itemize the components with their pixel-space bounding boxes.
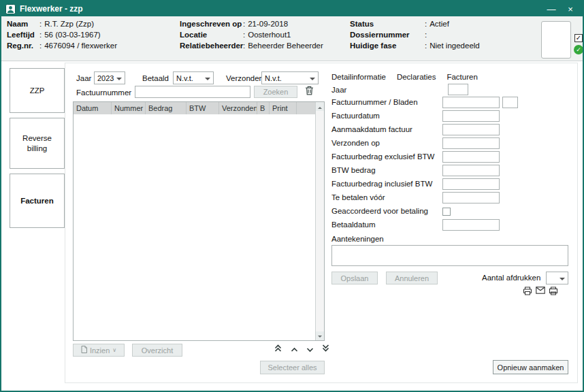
detail-aanmaakdatum-label: Aanmaakdatum factuur xyxy=(331,125,412,133)
factuurnummer-filter-label: Factuurnummer xyxy=(76,88,131,97)
detail-bedrag-incl-btw-label: Factuurbedrag inclusief BTW xyxy=(331,180,432,188)
trash-icon xyxy=(305,86,314,98)
info-leeftijd: Leeftijd:56 (03-03-1967) xyxy=(7,31,101,39)
detail-tab-facturen[interactable]: Facturen xyxy=(447,73,477,81)
jaar-filter-label: Jaar xyxy=(76,74,91,82)
detail-bedrag-incl-btw-input[interactable] xyxy=(442,178,500,190)
window: Flexwerker - zzp — × Naam:R.T. Zzp (Zzp)… xyxy=(0,0,584,392)
detail-te-betalen-voor-input[interactable] xyxy=(442,192,500,203)
app-icon xyxy=(5,4,16,14)
detail-tabs: Detailinformatie Declaraties Facturen xyxy=(331,73,478,81)
window-title: Flexwerker - zzp xyxy=(20,4,542,14)
detail-btw-bedrag-label: BTW bedrag xyxy=(331,166,376,174)
info-status: Status:Actief xyxy=(350,20,449,28)
detail-te-betalen-voor-label: Te betalen vóór xyxy=(331,193,385,201)
info-huidige-fase: Huidige fase:Niet ingedeeld xyxy=(350,42,480,50)
printer-icon[interactable] xyxy=(549,287,558,295)
factuurnummer-search-input[interactable] xyxy=(135,86,250,98)
detail-factuurdatum-input[interactable] xyxy=(442,110,500,122)
status-ok-icon: ✓ xyxy=(574,45,583,54)
annuleren-button[interactable]: Annuleren xyxy=(386,272,438,284)
grid-body-empty xyxy=(74,114,315,340)
detail-bedrag-excl-btw-input[interactable] xyxy=(442,151,500,163)
detail-bladen-input[interactable] xyxy=(502,97,518,108)
titlebar: Flexwerker - zzp — × xyxy=(1,1,583,16)
col-header-filler xyxy=(297,102,315,114)
close-button[interactable]: × xyxy=(561,1,580,16)
aantal-afdrukken-label: Aantal afdrukken xyxy=(482,274,540,282)
opslaan-button[interactable]: Opslaan xyxy=(331,272,378,284)
detail-verzonden-op-label: Verzonden op xyxy=(331,139,380,147)
email-icon[interactable] xyxy=(536,287,545,295)
grid-header: Datum Nummer Bedrag BTW Verzonden B Prin… xyxy=(74,102,315,114)
detail-jaar-label: Jaar xyxy=(331,86,346,94)
chevron-up-icon xyxy=(290,343,299,355)
grid-scrollbar[interactable] xyxy=(315,102,324,340)
betaald-filter-label: Betaald xyxy=(142,74,169,82)
chevron-down-icon: ∨ xyxy=(112,347,116,353)
minimize-button[interactable]: — xyxy=(542,1,561,16)
zoeken-button[interactable]: Zoeken xyxy=(254,86,297,98)
verzonden-filter-label: Verzonden xyxy=(226,74,263,82)
scroll-up-icon[interactable] xyxy=(316,102,324,111)
col-header-print[interactable]: Print xyxy=(270,102,297,114)
last-record-button[interactable] xyxy=(319,344,331,355)
tab-zzp[interactable]: ZZP xyxy=(10,68,65,113)
photo-placeholder xyxy=(541,21,571,59)
detail-factuurdatum-label: Factuurdatum xyxy=(331,112,380,120)
checkbox-checked-icon[interactable]: ✓ xyxy=(574,34,583,42)
tab-reverse-billing[interactable]: Reverse billing xyxy=(10,118,65,169)
info-ingeschreven: Ingeschreven op:21-09-2018 xyxy=(180,20,288,28)
double-chevron-down-icon xyxy=(321,343,330,355)
detail-betaaldatum-input[interactable] xyxy=(442,219,500,231)
info-relatiebeheerder: Relatiebeheerder:Beheerder Beheerder xyxy=(180,42,323,50)
info-dossiernummer: Dossiernummer: xyxy=(350,31,429,39)
betaald-select[interactable]: N.v.t. xyxy=(173,71,214,84)
delete-invoice-button[interactable] xyxy=(302,85,317,98)
person-info-header: Naam:R.T. Zzp (Zzp) Leeftijd:56 (03-03-1… xyxy=(1,16,583,61)
col-header-nummer[interactable]: Nummer xyxy=(112,102,146,114)
detail-tab-detailinformatie[interactable]: Detailinformatie xyxy=(331,73,386,81)
previous-record-button[interactable] xyxy=(288,344,300,355)
jaar-select[interactable]: 2023 xyxy=(94,71,125,84)
detail-jaar-input[interactable] xyxy=(448,84,468,95)
col-header-datum[interactable]: Datum xyxy=(74,102,112,114)
double-chevron-up-icon xyxy=(274,343,282,355)
next-record-button[interactable] xyxy=(304,344,316,355)
col-header-bedrag[interactable]: Bedrag xyxy=(146,102,186,114)
chevron-down-icon xyxy=(306,343,314,355)
detail-aantekeningen-label: Aantekeningen xyxy=(331,235,384,243)
verzonden-select[interactable]: N.v.t. xyxy=(261,71,319,84)
aantal-afdrukken-select[interactable] xyxy=(546,272,568,284)
detail-tab-declaraties[interactable]: Declaraties xyxy=(397,73,436,81)
detail-betaaldatum-label: Betaaldatum xyxy=(331,220,376,229)
info-naam: Naam:R.T. Zzp (Zzp) xyxy=(7,20,94,28)
invoices-grid: Datum Nummer Bedrag BTW Verzonden B Prin… xyxy=(73,101,325,341)
geaccordeerd-checkbox[interactable] xyxy=(442,208,451,216)
detail-verzonden-op-input[interactable] xyxy=(442,137,500,149)
detail-bedrag-excl-btw-label: Factuurbedrag exclusief BTW xyxy=(331,152,434,161)
detail-factuurnummer-input[interactable] xyxy=(442,97,500,108)
detail-geaccordeerd-label: Geaccordeerd voor betaling xyxy=(331,207,428,215)
detail-factuurnummer-label: Factuurnummer / Bladen xyxy=(331,98,418,106)
print-document-icon[interactable] xyxy=(523,287,532,295)
overzicht-button[interactable]: Overzicht xyxy=(132,344,182,357)
tab-facturen[interactable]: Facturen xyxy=(10,174,65,228)
document-icon xyxy=(81,346,87,355)
scroll-down-icon[interactable] xyxy=(316,331,324,340)
col-header-b[interactable]: B xyxy=(257,102,270,114)
col-header-btw[interactable]: BTW xyxy=(186,102,219,114)
selecteer-alles-button[interactable]: Selecteer alles xyxy=(260,361,325,374)
inzien-button[interactable]: Inzien ∨ xyxy=(73,344,125,357)
info-locatie: Locatie:Oosterhout1 xyxy=(180,31,291,39)
first-record-button[interactable] xyxy=(272,344,284,355)
detail-btw-bedrag-input[interactable] xyxy=(442,165,500,176)
aantekeningen-textarea[interactable] xyxy=(331,245,568,266)
col-header-verzonden[interactable]: Verzonden xyxy=(219,102,257,114)
detail-aanmaakdatum-input[interactable] xyxy=(442,124,500,135)
print-actions xyxy=(523,287,558,295)
info-regnr: Reg.nr.:4676094 / flexwerker xyxy=(7,42,117,50)
opnieuw-aanmaken-button[interactable]: Opnieuw aanmaken xyxy=(493,360,568,374)
